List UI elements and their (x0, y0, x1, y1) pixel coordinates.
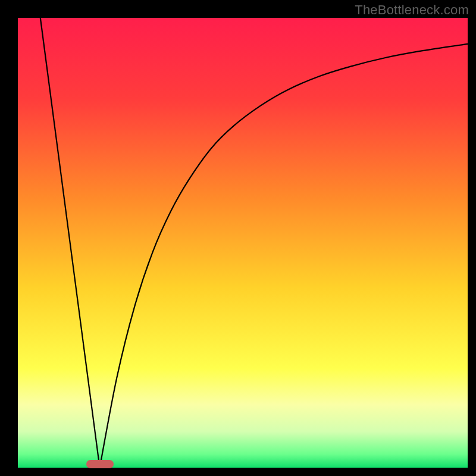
chart-container: TheBottleneck.com (0, 0, 476, 476)
plot-area (18, 18, 468, 468)
series-right-curve (100, 44, 468, 468)
watermark-text: TheBottleneck.com (355, 2, 469, 18)
curve-layer (18, 18, 468, 468)
series-left-line (40, 18, 100, 468)
optimal-marker (86, 460, 114, 468)
